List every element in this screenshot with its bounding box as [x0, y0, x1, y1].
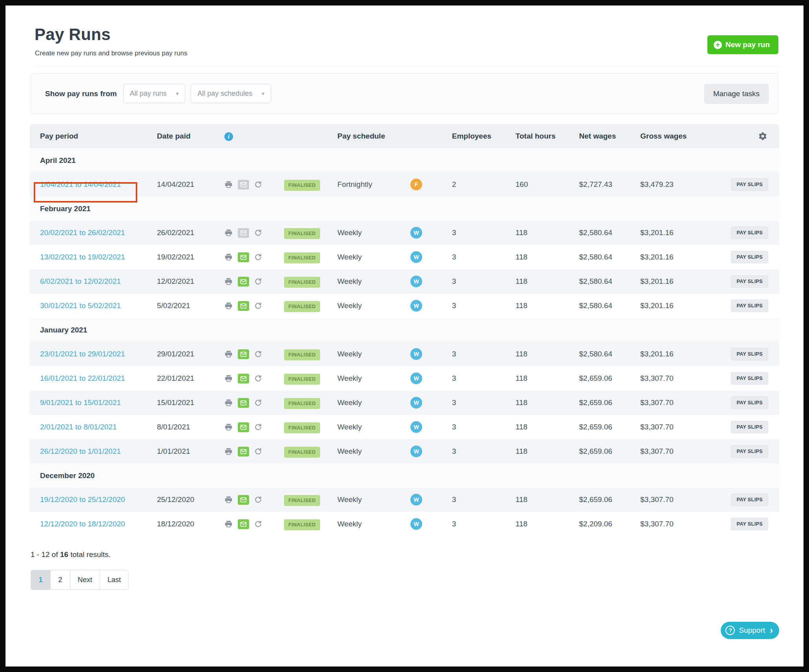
email-icon[interactable] — [238, 519, 249, 529]
email-icon[interactable] — [238, 422, 249, 432]
pagination-page-2[interactable]: 2 — [51, 570, 70, 590]
pay-slips-button[interactable]: PAY SLIPS — [731, 372, 768, 385]
manage-tasks-button[interactable]: Manage tasks — [704, 84, 769, 104]
status-badge: FINALISED — [284, 374, 320, 385]
printer-icon[interactable] — [224, 447, 233, 456]
printer-icon[interactable] — [224, 374, 233, 383]
net-wages: $2,659.06 — [570, 447, 631, 456]
new-pay-run-button[interactable]: + New pay run — [707, 35, 778, 54]
pay-slips-button[interactable]: PAY SLIPS — [731, 445, 768, 458]
pay-schedules-filter-select[interactable]: All pay schedules ▾ — [191, 84, 271, 103]
pay-slips-button[interactable]: PAY SLIPS — [731, 178, 768, 191]
printer-icon[interactable] — [224, 229, 233, 237]
pay-slips-button[interactable]: PAY SLIPS — [731, 421, 768, 433]
email-icon[interactable] — [238, 447, 249, 457]
gear-icon[interactable] — [758, 131, 767, 141]
group-label: February 2021 — [30, 205, 779, 213]
printer-icon[interactable] — [224, 423, 233, 431]
refresh-icon[interactable] — [254, 423, 262, 431]
pay-period-link[interactable]: 23/01/2021 to 29/01/2021 — [40, 350, 125, 358]
col-total-hours: Total hours — [506, 132, 570, 141]
table-row: 13/02/2021 to 19/02/2021 19/02/2021 FINA… — [30, 245, 779, 269]
pay-slips-button[interactable]: PAY SLIPS — [731, 518, 768, 530]
pay-schedule: Weekly — [328, 374, 401, 383]
pay-period-link[interactable]: 16/01/2021 to 22/01/2021 — [40, 374, 125, 382]
pay-schedule: Weekly — [328, 495, 401, 504]
new-pay-run-label: New pay run — [725, 40, 770, 49]
refresh-icon[interactable] — [254, 302, 262, 310]
email-icon[interactable] — [238, 301, 249, 311]
schedule-badge: W — [410, 227, 422, 239]
pay-period-link[interactable]: 26/12/2020 to 1/01/2021 — [40, 447, 121, 455]
email-icon[interactable] — [238, 228, 249, 238]
status-badge: FINALISED — [284, 252, 320, 263]
gross-wages: $3,307.70 — [631, 520, 708, 528]
table-row: 12/12/2020 to 18/12/2020 18/12/2020 FINA… — [30, 512, 779, 536]
pay-period-link[interactable]: 9/01/2021 to 15/01/2021 — [40, 398, 121, 407]
pay-period-link[interactable]: 6/02/2021 to 12/02/2021 — [40, 277, 121, 285]
refresh-icon[interactable] — [254, 399, 262, 407]
refresh-icon[interactable] — [254, 253, 262, 261]
group-header-row: December 2020 — [30, 464, 779, 488]
printer-icon[interactable] — [224, 278, 233, 286]
gross-wages: $3,201.16 — [631, 228, 708, 237]
printer-icon[interactable] — [224, 253, 233, 261]
support-button[interactable]: ? Support › — [721, 622, 779, 639]
schedule-badge: W — [410, 300, 422, 312]
pay-schedule: Fortnightly — [328, 180, 401, 189]
pagination-last[interactable]: Last — [100, 570, 128, 590]
pay-slips-button[interactable]: PAY SLIPS — [731, 251, 768, 263]
printer-icon[interactable] — [224, 520, 233, 528]
printer-icon[interactable] — [224, 399, 233, 407]
refresh-icon[interactable] — [254, 520, 262, 528]
table-body: April 2021 1/04/2021 to 14/04/2021 14/04… — [30, 148, 779, 536]
refresh-icon[interactable] — [254, 374, 262, 382]
pay-slips-button[interactable]: PAY SLIPS — [731, 348, 768, 360]
pay-slips-button[interactable]: PAY SLIPS — [731, 275, 768, 288]
refresh-icon[interactable] — [254, 447, 262, 455]
status-badge: FINALISED — [284, 228, 320, 239]
email-icon[interactable] — [238, 495, 249, 505]
status-badge: FINALISED — [284, 398, 320, 409]
pay-slips-button[interactable]: PAY SLIPS — [731, 226, 768, 239]
printer-icon[interactable] — [224, 181, 233, 189]
net-wages: $2,659.06 — [570, 423, 631, 431]
gross-wages: $3,307.70 — [631, 447, 708, 456]
pay-slips-button[interactable]: PAY SLIPS — [731, 493, 768, 506]
pay-slips-button[interactable]: PAY SLIPS — [731, 299, 768, 312]
refresh-icon[interactable] — [254, 350, 262, 358]
email-icon[interactable] — [238, 180, 249, 190]
table-row: 2/01/2021 to 8/01/2021 8/01/2021 FINALIS… — [30, 415, 779, 439]
info-icon[interactable]: i — [224, 132, 233, 141]
refresh-icon[interactable] — [254, 181, 262, 188]
refresh-icon[interactable] — [254, 496, 262, 504]
gross-wages: $3,201.16 — [631, 277, 708, 286]
printer-icon[interactable] — [224, 496, 233, 504]
pay-period-link[interactable]: 2/01/2021 to 8/01/2021 — [40, 423, 117, 431]
pagination-page-1[interactable]: 1 — [31, 570, 51, 590]
net-wages: $2,580.64 — [570, 277, 631, 286]
printer-icon[interactable] — [224, 302, 233, 310]
pay-period-link[interactable]: 30/01/2021 to 5/02/2021 — [40, 301, 121, 310]
email-icon[interactable] — [238, 277, 249, 287]
gross-wages: $3,479.23 — [631, 180, 708, 189]
pay-period-link[interactable]: 20/02/2021 to 26/02/2021 — [40, 228, 125, 237]
pay-period-link[interactable]: 13/02/2021 to 19/02/2021 — [40, 253, 125, 261]
pay-period-link[interactable]: 1/04/2021 to 14/04/2021 — [40, 180, 121, 188]
email-icon[interactable] — [238, 374, 249, 383]
email-icon[interactable] — [238, 398, 249, 408]
gross-wages: $3,201.16 — [631, 253, 708, 261]
pay-runs-filter-select[interactable]: All pay runs ▾ — [123, 84, 186, 103]
pay-period-link[interactable]: 19/12/2020 to 25/12/2020 — [40, 495, 125, 504]
printer-icon[interactable] — [224, 350, 233, 358]
total-hours: 160 — [506, 180, 570, 189]
group-label: December 2020 — [30, 471, 779, 480]
refresh-icon[interactable] — [254, 229, 262, 237]
email-icon[interactable] — [238, 252, 249, 262]
pay-period-link[interactable]: 12/12/2020 to 18/12/2020 — [40, 520, 125, 528]
pay-slips-button[interactable]: PAY SLIPS — [731, 396, 768, 409]
date-paid: 14/04/2021 — [148, 180, 215, 189]
pagination-next[interactable]: Next — [70, 570, 100, 590]
email-icon[interactable] — [238, 349, 249, 359]
refresh-icon[interactable] — [254, 278, 262, 285]
